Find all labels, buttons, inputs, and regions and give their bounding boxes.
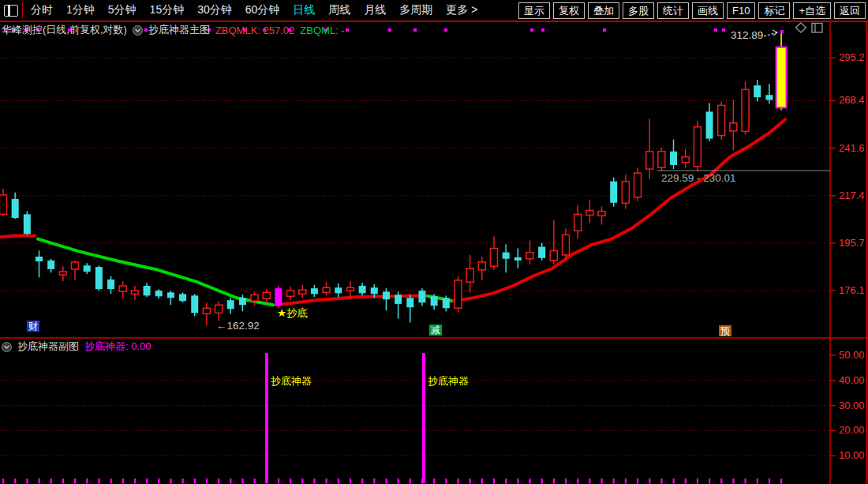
candle-body-up <box>586 210 593 215</box>
toolbar-button-F10[interactable]: F10 <box>727 2 755 19</box>
sub-signal-line <box>265 353 268 483</box>
toolbar-button-标记[interactable]: 标记 <box>758 2 790 19</box>
symbol-title: 华峰测控(日线,前复权,对数) <box>2 23 127 37</box>
toolbar-divider <box>22 2 23 18</box>
candle <box>59 266 66 281</box>
candle-body-down <box>418 291 425 302</box>
x-axis-tick <box>541 478 543 484</box>
candle-body-down <box>395 295 402 304</box>
chart-canvas[interactable]: 295.2268.4241.6217.4195.7176.150.0040.00… <box>0 0 868 484</box>
candle-body-down <box>227 300 234 309</box>
buy_signal_label: ★抄底 <box>277 307 308 319</box>
sub-axis-label: 40.00 <box>839 374 865 386</box>
period-tab-1分钟[interactable]: 1分钟 <box>66 3 95 17</box>
x-axis-tick <box>433 478 435 484</box>
collapse-chevron-icon[interactable] <box>2 342 12 352</box>
sub-indicator-title[interactable]: 抄底神器副图 <box>17 340 79 354</box>
period-tab-15分钟[interactable]: 15分钟 <box>150 3 185 17</box>
candle <box>466 255 473 292</box>
candle-body-up <box>646 152 653 169</box>
x-axis-tick <box>361 478 363 484</box>
x-axis-tick <box>493 478 495 484</box>
toolbar-button-复权[interactable]: 复权 <box>553 2 585 19</box>
signal-dot <box>413 28 417 32</box>
candle <box>514 249 522 268</box>
split-window-icon[interactable] <box>4 5 18 17</box>
price-axis-label: 241.6 <box>839 142 865 154</box>
ma-line-layer <box>0 119 785 305</box>
window-icon[interactable] <box>812 24 822 33</box>
toolbar-button-返回[interactable]: 返回 <box>834 2 866 19</box>
candle <box>418 288 425 306</box>
toolbar-button-显示[interactable]: 显示 <box>518 2 550 19</box>
x-axis-tick <box>218 478 219 484</box>
candle <box>359 283 366 295</box>
marker-tag-财[interactable]: 财 <box>27 321 39 332</box>
period-tab-60分钟[interactable]: 60分钟 <box>245 3 280 17</box>
x-axis-ticks-layer <box>2 478 782 484</box>
candle-body-up <box>466 268 473 282</box>
x-axis-tick <box>445 478 447 484</box>
period-tab-日线[interactable]: 日线 <box>293 3 315 17</box>
x-axis-tick <box>134 478 136 484</box>
toolbar-button-画线[interactable]: 画线 <box>692 2 724 19</box>
x-axis-tick <box>481 478 483 484</box>
diamond-icon[interactable] <box>796 23 806 32</box>
candle-body-down <box>514 257 522 261</box>
x-axis-tick <box>266 478 268 484</box>
candle-body-up <box>263 292 270 298</box>
period-tab-周线[interactable]: 周线 <box>328 3 350 17</box>
candle-body-up <box>622 182 629 204</box>
candle <box>682 149 689 167</box>
marker-tag-预[interactable]: 预 <box>719 325 731 336</box>
signal-dot <box>541 28 544 32</box>
candle <box>287 287 294 300</box>
x-axis-tick <box>206 478 208 484</box>
main-indicator-title[interactable]: 抄底神器主图 <box>148 23 210 37</box>
candle-body-up <box>478 262 485 270</box>
candle-body-down <box>335 287 342 293</box>
x-axis-tick <box>254 478 256 484</box>
candle-body-down <box>538 247 545 258</box>
price-axis-label: 217.4 <box>839 189 865 201</box>
x-axis-tick <box>385 478 387 484</box>
x-axis-tick <box>709 478 710 484</box>
x-axis-tick <box>86 478 88 484</box>
signal-dot <box>346 28 349 32</box>
candle <box>503 245 510 273</box>
x-axis-tick <box>110 478 112 484</box>
toolbar-buttons: 显示复权叠加多股统计画线F10标记+自选返回 <box>515 2 868 19</box>
period-tab-分时[interactable]: 分时 <box>31 3 53 17</box>
more-menu[interactable]: 更多 > <box>446 3 477 17</box>
toolbar-button-统计[interactable]: 统计 <box>657 2 689 19</box>
period-tab-月线[interactable]: 月线 <box>364 3 386 17</box>
period-tab-30分钟[interactable]: 30分钟 <box>197 3 232 17</box>
candle-body-up <box>742 89 749 131</box>
x-axis-tick <box>697 478 698 484</box>
sub-signal-line <box>422 353 425 483</box>
candle <box>12 193 19 219</box>
collapse-chevron-icon[interactable] <box>133 25 143 36</box>
x-axis-tick <box>601 478 603 484</box>
signal-dot <box>714 28 717 32</box>
x-axis-tick <box>146 478 148 484</box>
candle <box>24 212 31 235</box>
grid-layer: 295.2268.4241.6217.4195.7176.150.0040.00… <box>0 22 868 484</box>
period-tab-5分钟[interactable]: 5分钟 <box>108 3 137 17</box>
period-tab-多周期[interactable]: 多周期 <box>399 3 432 17</box>
x-axis-tick <box>529 478 530 484</box>
marker-tag-减[interactable]: 减 <box>429 325 442 336</box>
candle-body-up <box>215 305 223 313</box>
candle-body-down <box>84 265 91 272</box>
x-axis-tick <box>637 478 638 484</box>
signal-dot <box>722 28 725 32</box>
toolbar-button-+自选[interactable]: +自选 <box>793 2 831 19</box>
candle <box>179 292 186 302</box>
toolbar-button-多股[interactable]: 多股 <box>623 2 654 19</box>
candle <box>610 178 617 207</box>
x-axis-tick <box>170 478 171 484</box>
toolbar-button-叠加[interactable]: 叠加 <box>588 2 619 19</box>
x-axis-tick <box>421 478 423 484</box>
x-axis-tick <box>745 478 746 484</box>
candle <box>538 243 545 261</box>
